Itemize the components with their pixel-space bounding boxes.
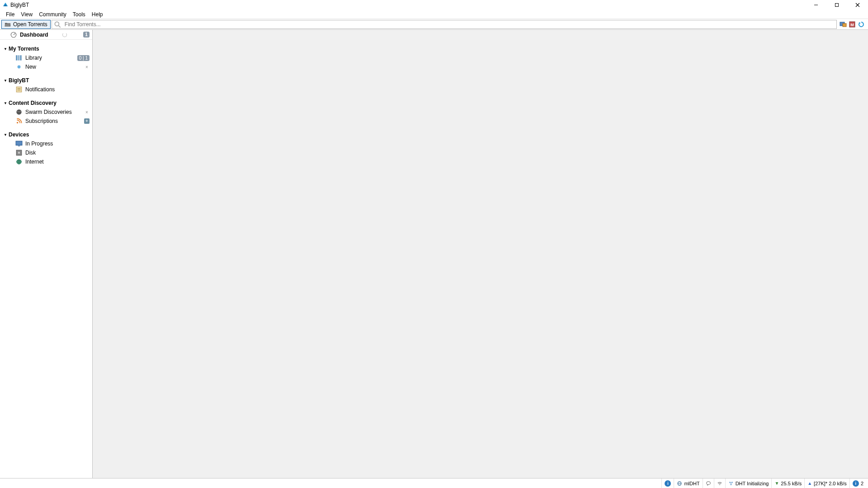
close-button[interactable] [847,0,868,10]
toolbar-refresh-icon[interactable] [858,21,865,28]
menu-view[interactable]: View [18,11,36,18]
item-label: New [25,64,36,70]
statusbar: i mlDHT DHT Initializing ▼ 25.5 kB/s ▲ [… [0,478,868,488]
main-body: Dashboard 1 ▼ My Torrents Library 0 | 1 … [0,30,868,478]
note-icon [15,86,23,93]
status-mldht[interactable]: mlDHT [674,479,702,488]
dht-icon [728,481,734,486]
sidebar-header-biglybt[interactable]: ▼ BiglyBT [0,76,92,85]
sidebar: Dashboard 1 ▼ My Torrents Library 0 | 1 … [0,30,93,478]
toolbar-right-icons: M [838,21,867,28]
disk-icon [15,150,23,156]
window-title: BiglyBT [10,2,29,8]
menu-help[interactable]: Help [89,11,106,18]
svg-line-7 [58,25,61,28]
sidebar-header-devices[interactable]: ▼ Devices [0,130,92,139]
item-label: Library [25,55,42,61]
sidebar-dashboard[interactable]: Dashboard 1 [0,30,92,40]
sidebar-header-content-discovery[interactable]: ▼ Content Discovery [0,99,92,108]
close-icon[interactable]: × [84,65,90,70]
open-torrents-button[interactable]: Open Torrents [1,20,51,29]
sidebar-item-library[interactable]: Library 0 | 1 [0,53,92,62]
svg-point-27 [18,152,20,154]
svg-rect-17 [20,55,21,60]
rss-icon [15,118,23,124]
svg-point-35 [719,484,720,485]
caret-down-icon: ▼ [4,79,7,83]
status-dht[interactable]: DHT Initializing [725,479,772,488]
upload-speed-label: [27K]* 2.0 kB/s [814,481,847,486]
caret-down-icon: ▼ [4,133,7,137]
svg-point-18 [18,66,21,69]
sidebar-item-subscriptions[interactable]: Subscriptions + [0,117,92,126]
svg-rect-3 [835,4,839,7]
wifi-icon [717,481,722,486]
item-label: In Progress [25,141,53,147]
chat-icon [706,481,711,486]
minimize-button[interactable] [806,0,826,10]
svg-line-14 [14,33,15,34]
toolbar: Open Torrents M [0,19,868,30]
globe-small-icon [677,481,682,486]
section-label: Devices [9,131,29,138]
folder-open-icon [5,22,11,27]
maximize-button[interactable] [826,0,847,10]
svg-line-41 [731,482,732,484]
svg-point-6 [55,22,59,26]
menu-tools[interactable]: Tools [70,11,89,18]
item-label: Subscriptions [25,118,58,124]
dht-label: DHT Initializing [736,481,769,486]
sidebar-item-disk[interactable]: Disk [0,148,92,157]
item-label: Disk [25,150,36,156]
status-alerts[interactable]: i 2 [849,479,866,488]
sidebar-item-in-progress[interactable]: In Progress [0,139,92,148]
download-icon: ▼ [774,481,779,486]
search-box[interactable] [52,20,837,29]
info-icon: i [853,480,859,487]
dashboard-label: Dashboard [20,32,48,38]
menu-community[interactable]: Community [36,11,70,18]
item-label: Internet [25,159,44,165]
svg-rect-19 [16,87,21,92]
caret-down-icon: ▼ [4,101,7,105]
window-controls [806,0,868,10]
menubar: File View Community Tools Help [0,10,868,19]
library-icon [15,55,23,61]
library-badge: 0 | 1 [77,55,90,61]
sidebar-item-internet[interactable]: Internet [0,157,92,166]
globe-dark-icon [15,109,23,115]
search-icon [53,20,61,28]
download-speed-label: 25.5 kB/s [781,481,802,486]
item-label: Swarm Discoveries [25,109,72,115]
sidebar-item-new[interactable]: New × [0,62,92,71]
sidebar-header-my-torrents[interactable]: ▼ My Torrents [0,44,92,53]
caret-down-icon: ▼ [4,47,7,51]
dashboard-icon [10,32,17,38]
status-download-speed[interactable]: ▼ 25.5 kB/s [771,479,804,488]
dashboard-badge: 1 [83,32,90,38]
app-icon [2,2,9,8]
mldht-label: mlDHT [684,481,699,486]
status-upload-speed[interactable]: ▲ [27K]* 2.0 kB/s [804,479,849,488]
sidebar-item-notifications[interactable]: Notifications [0,85,92,94]
svg-rect-9 [843,23,846,27]
svg-text:M: M [850,23,854,27]
status-chat-icon[interactable] [703,479,714,488]
svg-point-34 [706,481,710,484]
search-input[interactable] [63,21,836,28]
section-label: Content Discovery [9,100,57,106]
add-icon[interactable]: + [84,118,90,124]
svg-line-40 [730,482,731,484]
info-icon: i [665,480,671,487]
status-info-button[interactable]: i [661,479,674,488]
menu-file[interactable]: File [3,11,18,18]
svg-marker-12 [859,22,861,24]
toolbar-icon-1[interactable] [840,21,847,28]
close-icon[interactable]: × [84,110,90,115]
svg-rect-15 [16,55,17,60]
status-wifi-icon[interactable] [714,479,725,488]
open-torrents-label: Open Torrents [13,21,47,28]
sidebar-item-swarm-discoveries[interactable]: Swarm Discoveries × [0,108,92,117]
titlebar: BiglyBT [0,0,868,10]
toolbar-icon-2[interactable]: M [849,21,856,28]
